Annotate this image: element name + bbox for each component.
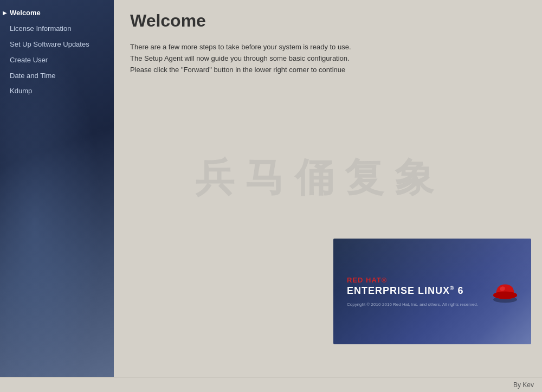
content-body: There are a few more steps to take befor… [130,42,455,75]
sidebar-item-welcome[interactable]: Welcome [0,5,114,21]
redhat-brand-name: RED HAT® [347,276,387,284]
bottom-credit: By Kev [513,381,534,389]
bottom-bar: By Kev [0,377,542,392]
body-line1: There are a few more steps to take befor… [130,43,351,51]
sidebar-item-set-up-software-updates[interactable]: Set Up Software Updates [0,37,114,53]
svg-point-2 [493,291,517,299]
redhat-hat-logo [491,277,520,306]
page-title: Welcome [130,11,526,31]
redhat-copyright: Copyright © 2010-2016 Red Hat, Inc. and … [347,302,478,307]
body-line3: Please click the "Forward" button in the… [130,66,345,74]
sidebar-item-kdump[interactable]: Kdump [0,83,114,99]
sidebar-item-create-user[interactable]: Create User [0,53,114,68]
watermark: 兵 马 俑 复 象 [195,152,434,204]
body-line2: The Setup Agent will now guide you throu… [130,54,350,62]
redhat-product-name: ENTERPRISE LINUX® 6 [347,285,463,297]
redhat-branding-box: RED HAT® ENTERPRISE LINUX® 6 Copyright ©… [333,239,531,344]
sidebar-item-date-and-time[interactable]: Date and Time [0,68,114,84]
sidebar: Welcome License Information Set Up Softw… [0,0,114,377]
sidebar-item-license-information[interactable]: License Information [0,21,114,37]
content-area: Welcome There are a few more steps to ta… [114,0,542,377]
